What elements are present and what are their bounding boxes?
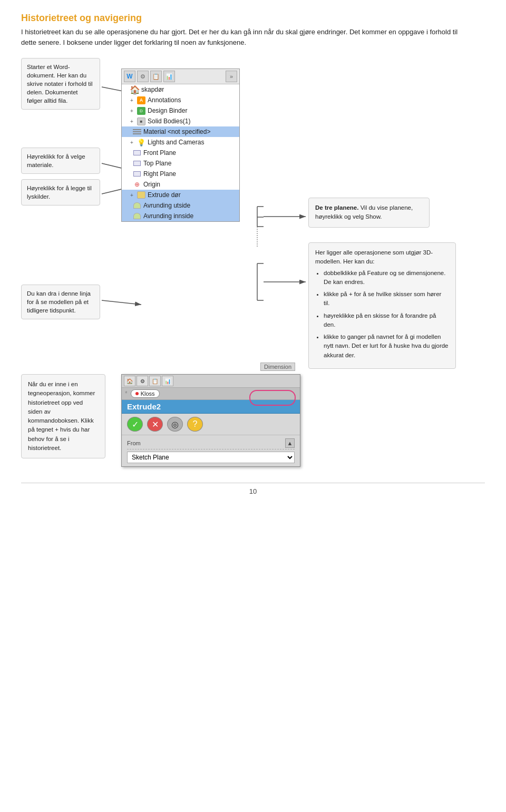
tree-item-top-plane[interactable]: Top Plane (122, 158, 239, 169)
tree-item-right-plane[interactable]: Right Plane (122, 169, 239, 179)
page-number: 10 (21, 483, 485, 495)
dialog-tab-3[interactable]: 📋 (149, 376, 161, 386)
design-binder-icon: D (137, 106, 146, 115)
root-label: skapdør (141, 86, 164, 93)
feature-icon-btn[interactable]: ⚙ (137, 71, 149, 82)
intro-text: I historietreet kan du se alle operasjon… (21, 27, 474, 47)
cancel-button[interactable]: ✕ (147, 417, 163, 432)
help-button[interactable]: ? (187, 417, 203, 432)
tree-item-avrunding-utside[interactable]: Avrunding utside (122, 200, 239, 211)
planes-box-title: De tre planene. (315, 204, 358, 211)
annotation-box-drag: Du kan dra i denne linja for å se modell… (21, 285, 100, 319)
solid-bodies-icon: ■ (137, 117, 146, 125)
from-select-dropdown[interactable]: Sketch Plane (127, 452, 295, 463)
tree-item-design-binder[interactable]: + D Design Binder (122, 105, 239, 116)
tree-expand-btn[interactable]: » (226, 71, 237, 82)
bottom-section: Når du er inne i en tegneoperasjon, komm… (21, 374, 485, 467)
tree-icon-btn-3[interactable]: 📋 (150, 71, 162, 82)
from-select-row: Sketch Plane (127, 452, 295, 463)
annotations-label: Annotations (148, 96, 181, 104)
operations-bullet-2: klikke på + for å se hvilke skisser som … (324, 290, 449, 308)
feature-tree: W ⚙ 📋 📊 » 🏠 (121, 69, 240, 222)
design-binder-plus: + (130, 108, 137, 114)
from-divider (127, 449, 295, 449)
kloss-label: Kloss (141, 390, 155, 397)
tree-item-origin[interactable]: ⊕ Origin (122, 179, 239, 190)
feature-dialog-wrapper: Dimension 🏠 ⚙ 📋 📊 (121, 374, 300, 467)
annotations-icon: A (137, 96, 146, 104)
from-arrow[interactable]: ▲ (285, 438, 295, 448)
dialog-tab-1[interactable]: 🏠 (124, 376, 135, 386)
action-buttons-row: ✓ ✕ ◎ ? (122, 414, 300, 435)
from-label: From ▲ (127, 438, 295, 448)
material-label: Material <not specified> (143, 128, 210, 135)
kloss-bar: * Kloss (122, 388, 300, 400)
root-icon: 🏠 (130, 85, 140, 94)
right-plane-icon (132, 170, 142, 178)
top-plane-label: Top Plane (143, 160, 171, 167)
tree-toolbar: W ⚙ 📋 📊 » (122, 69, 239, 84)
annotations-plus: + (130, 97, 137, 103)
tree-item-extrude-door[interactable]: + Extrude dør (122, 190, 239, 200)
feature-dialog: 🏠 ⚙ 📋 📊 * (121, 374, 300, 467)
dialog-tabs-row: 🏠 ⚙ 📋 📊 (122, 375, 300, 388)
kloss-tag: Kloss (131, 389, 160, 398)
operations-bullet-4: klikke to ganger på navnet for å gi mode… (324, 332, 449, 360)
avrunding-innside-label: Avrunding innside (143, 212, 193, 220)
tree-item-lights-cameras[interactable]: + 💡 Lights and Cameras (122, 137, 239, 148)
page-title: Historietreet og navigering (21, 13, 485, 24)
front-plane-label: Front Plane (143, 149, 176, 156)
dimension-indicator: Dimension (260, 363, 295, 371)
from-section: From ▲ Sketch Plane (122, 435, 300, 466)
annotation-box-material: Høyreklikk for å velge materiale. (21, 148, 100, 174)
annotation-box-word: Starter et Word-dokument. Her kan du skr… (21, 58, 100, 110)
top-plane-icon (132, 159, 142, 168)
bottom-annotation-box: Når du er inne i en tegneoperasjon, komm… (21, 374, 105, 458)
operations-bullet-1: dobbelklikke på Feature og se dimensjone… (324, 269, 449, 287)
extrude-title-bar: Extrude2 (122, 400, 300, 414)
operations-box-title: Her ligger alle operasjonene som utgjør … (315, 248, 449, 267)
extrude-door-label: Extrude dør (148, 191, 181, 199)
operations-bullets-list: dobbelklikke på Feature og se dimensjone… (324, 269, 449, 360)
annotation-box-lights: Høyreklikk for å legge til lyskilder. (21, 179, 100, 206)
front-plane-icon (132, 149, 142, 157)
svg-line-4 (102, 300, 141, 305)
lights-cameras-label: Lights and Cameras (148, 139, 204, 146)
operations-annotation-box: Her ligger alle operasjonene som utgjør … (308, 242, 456, 369)
extrude-door-plus: + (130, 192, 137, 198)
solid-bodies-label: Solid Bodies(1) (148, 118, 190, 125)
operations-bullet-3: høyreklikke på en skisse for å forandre … (324, 311, 449, 330)
tree-item-avrunding-innside[interactable]: Avrunding innside (122, 211, 239, 221)
material-icon (132, 128, 142, 136)
avrunding-innside-icon (132, 212, 142, 220)
tree-item-solid-bodies[interactable]: + ■ Solid Bodies(1) (122, 116, 239, 126)
kloss-dot (135, 392, 139, 395)
tree-item-root[interactable]: 🏠 skapdør (122, 84, 239, 95)
confirm-button[interactable]: ✓ (127, 417, 143, 432)
tree-icon-btn-4[interactable]: 📊 (163, 71, 175, 82)
kloss-star: * (125, 390, 128, 397)
dialog-tab-4[interactable]: 📊 (162, 376, 173, 386)
lights-icon: 💡 (137, 138, 146, 146)
solid-bodies-plus: + (130, 119, 137, 124)
word-icon-btn[interactable]: W (124, 71, 135, 82)
avrunding-utside-label: Avrunding utside (143, 202, 190, 209)
right-plane-label: Right Plane (143, 170, 176, 178)
planes-annotation-box: De tre planene. Vil du vise planene, høy… (308, 198, 430, 228)
dialog-tab-2[interactable]: ⚙ (137, 376, 148, 386)
lights-plus: + (130, 140, 137, 145)
tree-item-material[interactable]: Material <not specified> (122, 126, 239, 137)
design-binder-label: Design Binder (148, 107, 187, 114)
origin-icon: ⊕ (132, 180, 142, 189)
tree-item-front-plane[interactable]: Front Plane (122, 148, 239, 158)
avrunding-utside-icon (132, 201, 142, 210)
origin-label: Origin (143, 181, 160, 188)
extrude-door-icon (137, 191, 146, 199)
page-container: Historietreet og navigering I historietr… (0, 0, 506, 516)
preview-button[interactable]: ◎ (167, 417, 183, 432)
tree-item-annotations[interactable]: + A Annotations (122, 95, 239, 105)
